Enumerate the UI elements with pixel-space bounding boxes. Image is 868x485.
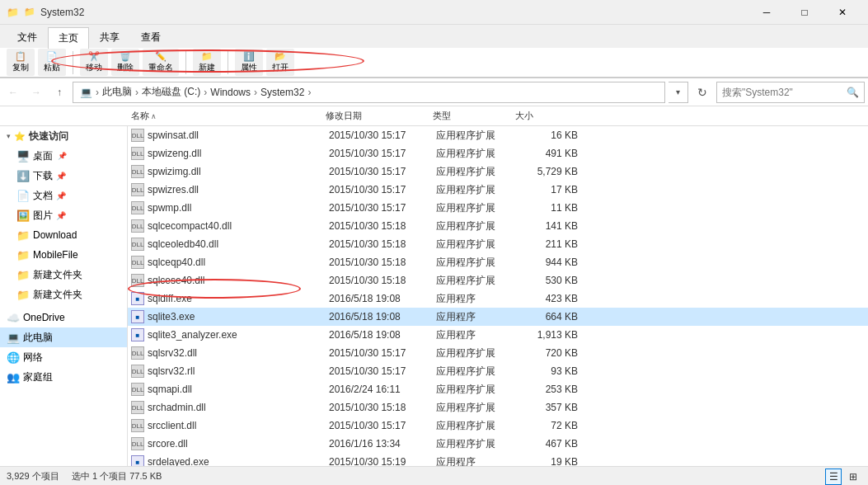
- table-row[interactable]: DLL srchadmin.dll 2015/10/30 15:18 应用程序扩…: [128, 398, 868, 417]
- table-row[interactable]: DLL spwmp.dll 2015/10/30 15:17 应用程序扩展 11…: [128, 199, 868, 217]
- file-date: 2015/10/30 15:17: [329, 184, 436, 195]
- dll-icon: DLL: [131, 274, 144, 287]
- table-row[interactable]: DLL sqlceoledb40.dll 2015/10/30 15:18 应用…: [128, 235, 868, 253]
- file-type: 应用程序扩展: [436, 147, 518, 161]
- file-name: DLL sqlcecompact40.dll: [131, 219, 329, 233]
- sidebar-item-mobilefile[interactable]: 📁 MobileFile: [0, 245, 127, 265]
- ribbon-properties-btn[interactable]: ℹ️属性: [235, 49, 263, 76]
- file-date: 2015/10/30 15:19: [329, 456, 436, 466]
- file-size: 530 KB: [518, 275, 584, 286]
- sidebar-thispc-label: 此电脑: [23, 331, 53, 345]
- search-box[interactable]: 🔍: [716, 82, 865, 103]
- sidebar-item-newfolder1[interactable]: 📁 新建文件夹: [0, 265, 127, 285]
- path-sep-4: ›: [307, 87, 311, 98]
- view-grid-btn[interactable]: ⊞: [845, 469, 861, 485]
- pin-icon-docs: 📌: [56, 191, 66, 200]
- file-type: 应用程序扩展: [436, 383, 518, 397]
- file-list[interactable]: DLL spwinsat.dll 2015/10/30 15:17 应用程序扩展…: [128, 126, 868, 466]
- file-size: 720 KB: [518, 347, 584, 359]
- sidebar-item-network[interactable]: 🌐 网络: [0, 347, 127, 367]
- newfolder2-icon: 📁: [16, 289, 30, 301]
- close-button[interactable]: ✕: [823, 0, 861, 25]
- pin-icon-pics: 📌: [56, 211, 66, 220]
- sidebar-item-download[interactable]: ⬇️ 下载 📌: [0, 166, 127, 186]
- file-type: 应用程序扩展: [436, 274, 518, 288]
- table-row[interactable]: DLL srcore.dll 2016/1/16 13:34 应用程序扩展 46…: [128, 435, 868, 453]
- sidebar-item-newfolder2[interactable]: 📁 新建文件夹: [0, 285, 127, 304]
- forward-button[interactable]: →: [26, 82, 46, 102]
- col-header-type[interactable]: 类型: [433, 110, 515, 122]
- file-type: 应用程序扩展: [436, 346, 518, 360]
- col-header-size[interactable]: 大小: [515, 110, 581, 122]
- table-row[interactable]: DLL sqlceqp40.dll 2015/10/30 15:18 应用程序扩…: [128, 253, 868, 271]
- tab-view[interactable]: 查看: [130, 26, 171, 48]
- sidebar-item-homegroup[interactable]: 👥 家庭组: [0, 367, 127, 387]
- dll-icon: DLL: [131, 437, 144, 450]
- sidebar-item-pics[interactable]: 🖼️ 图片 📌: [0, 205, 127, 225]
- table-row[interactable]: DLL srcclient.dll 2015/10/30 15:17 应用程序扩…: [128, 417, 868, 435]
- table-row[interactable]: DLL spwizimg.dll 2015/10/30 15:17 应用程序扩展…: [128, 162, 868, 181]
- ribbon-open-btn[interactable]: 📂打开: [266, 49, 294, 76]
- file-type: 应用程序扩展: [436, 129, 518, 143]
- table-row[interactable]: DLL spwizeng.dll 2015/10/30 15:17 应用程序扩展…: [128, 144, 868, 162]
- sidebar-item-docs[interactable]: 📄 文档 📌: [0, 186, 127, 205]
- path-thispc[interactable]: 此电脑: [102, 85, 132, 99]
- sidebar-item-download2[interactable]: 📁 Download: [0, 225, 127, 245]
- sidebar-item-thispc[interactable]: 💻 此电脑: [0, 327, 127, 347]
- quickaccess-label: 快速访问: [29, 129, 68, 144]
- sidebar-item-onedrive[interactable]: ☁️ OneDrive: [0, 308, 127, 327]
- table-row[interactable]: DLL spwizres.dll 2015/10/30 15:17 应用程序扩展…: [128, 181, 868, 199]
- newfolder1-icon: 📁: [16, 269, 30, 281]
- table-row[interactable]: DLL sqlsrv32.rll 2015/10/30 15:17 应用程序扩展…: [128, 362, 868, 380]
- ribbon-delete-btn[interactable]: 🗑️删除: [111, 49, 139, 76]
- path-system32[interactable]: System32: [260, 87, 304, 98]
- ribbon-paste-btn[interactable]: 📄粘贴: [38, 49, 66, 76]
- title-bar-folder-icon: 📁: [24, 7, 35, 17]
- col-header-name[interactable]: 名称 ∧: [128, 110, 326, 122]
- file-size: 93 KB: [518, 365, 584, 377]
- view-list-btn[interactable]: ☰: [825, 469, 842, 485]
- table-row[interactable]: DLL spwinsat.dll 2015/10/30 15:17 应用程序扩展…: [128, 126, 868, 144]
- ribbon: 文件 主页 共享 查看 📋复制 📄粘贴 ✂️移动 🗑️删除 ✏️重命名 📁新建 …: [0, 25, 868, 78]
- address-path[interactable]: 💻 › 此电脑 › 本地磁盘 (C:) › Windows › System32…: [73, 82, 665, 103]
- file-date: 2016/5/18 19:08: [329, 311, 436, 323]
- table-row[interactable]: ■ sqldiff.exe 2016/5/18 19:08 应用程序 423 K…: [128, 290, 868, 308]
- ribbon-move-btn[interactable]: ✂️移动: [80, 49, 108, 76]
- table-row[interactable]: DLL sqlsrv32.dll 2015/10/30 15:17 应用程序扩展…: [128, 344, 868, 362]
- table-row[interactable]: DLL sqmapi.dll 2016/2/24 16:11 应用程序扩展 25…: [128, 380, 868, 398]
- ribbon-copy-btn[interactable]: 📋复制: [7, 49, 35, 76]
- table-row[interactable]: DLL sqlcecompact40.dll 2015/10/30 15:18 …: [128, 217, 868, 235]
- table-row[interactable]: ■ sqlite3_analyzer.exe 2016/5/18 19:08 应…: [128, 326, 868, 344]
- col-header-date[interactable]: 修改日期: [326, 110, 433, 122]
- path-c[interactable]: 本地磁盘 (C:): [142, 85, 200, 99]
- ribbon-rename-btn[interactable]: ✏️重命名: [143, 49, 179, 76]
- tab-home[interactable]: 主页: [48, 27, 89, 49]
- sidebar-newfolder1-label: 新建文件夹: [33, 268, 82, 282]
- back-button[interactable]: ←: [3, 82, 23, 102]
- refresh-button[interactable]: ↻: [692, 82, 713, 103]
- file-size: 11 KB: [518, 202, 584, 214]
- tab-file[interactable]: 文件: [7, 26, 48, 48]
- file-size: 491 KB: [518, 148, 584, 159]
- file-date: 2016/2/24 16:11: [329, 384, 436, 395]
- search-input[interactable]: [722, 87, 847, 98]
- address-dropdown[interactable]: ▾: [669, 82, 688, 103]
- file-name: ■ srdelayed.exe: [131, 455, 329, 466]
- file-type: 应用程序扩展: [436, 201, 518, 215]
- table-row[interactable]: ■ sqlite3.exe 2016/5/18 19:08 应用程序 664 K…: [128, 308, 868, 326]
- tab-share[interactable]: 共享: [89, 26, 130, 48]
- table-row[interactable]: ■ srdelayed.exe 2015/10/30 15:19 应用程序 19…: [128, 453, 868, 466]
- maximize-button[interactable]: □: [786, 0, 823, 25]
- file-size: 17 KB: [518, 184, 584, 195]
- minimize-button[interactable]: ─: [748, 0, 786, 25]
- table-row[interactable]: DLL sqlcese40.dll 2015/10/30 15:18 应用程序扩…: [128, 271, 868, 290]
- sidebar-item-quickaccess[interactable]: ▾ ⭐ 快速访问: [0, 126, 127, 146]
- network-icon: 🌐: [7, 351, 20, 364]
- file-name: DLL sqmapi.dll: [131, 383, 329, 396]
- sidebar-onedrive-label: OneDrive: [23, 312, 65, 323]
- sidebar-item-desktop[interactable]: 🖥️ 桌面 📌: [0, 146, 127, 166]
- docs-icon: 📄: [16, 190, 30, 202]
- ribbon-new-folder-btn[interactable]: 📁新建: [193, 49, 221, 76]
- up-button[interactable]: ↑: [49, 82, 69, 102]
- path-windows[interactable]: Windows: [210, 87, 251, 98]
